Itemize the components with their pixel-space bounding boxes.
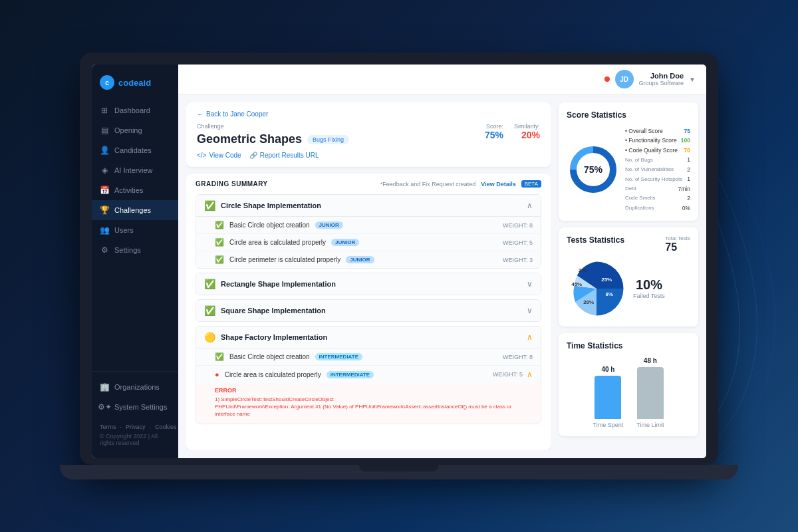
functionality-value: 100 bbox=[681, 136, 690, 145]
view-details-button[interactable]: View Details bbox=[481, 181, 515, 188]
logo: c codeaid bbox=[92, 65, 178, 98]
error-line-1: 1) SimpleCircleTest::testShouldCreateCir… bbox=[215, 396, 533, 403]
similarity-value: 20% bbox=[514, 130, 540, 140]
challenge-left: Challenge Geometric Shapes Bugs Fixing bbox=[197, 123, 349, 146]
right-panel: Score Statistics 75% bbox=[559, 102, 698, 450]
user-info[interactable]: JD John Doe Groups Software ▼ bbox=[604, 70, 696, 88]
user-dropdown-icon[interactable]: ▼ bbox=[689, 76, 696, 83]
expand-icon[interactable]: ∧ bbox=[527, 370, 533, 379]
sidebar-item-label: Dashboard bbox=[114, 106, 150, 114]
duplications-value: 0% bbox=[682, 203, 690, 213]
section-circle-header[interactable]: ✅ Circle Shape Implementation ∧ bbox=[196, 195, 541, 216]
back-to-text: Back to Jane Cooper bbox=[206, 110, 268, 118]
grading-header: GRADING SUMMARY *Feedback and Fix Reques… bbox=[196, 180, 541, 188]
time-spent-bar bbox=[595, 376, 621, 419]
factory-sub-items: ✅ Basic Circle object creation INTERMEDI… bbox=[196, 348, 541, 424]
content-area: ← Back to Jane Cooper Challenge Geometri… bbox=[178, 94, 706, 458]
time-limit-bar-group: 48 h Time Limit bbox=[636, 357, 664, 428]
beta-badge: BETA bbox=[521, 180, 541, 188]
dashboard-icon: ⊞ bbox=[100, 106, 109, 115]
sub-item-text: Basic Circle object creation bbox=[229, 353, 310, 360]
total-tests-area: Total Tests 75 bbox=[665, 235, 690, 253]
sub-item-text: Circle area is calculated properly bbox=[225, 371, 321, 378]
sidebar-item-system-settings[interactable]: ⚙✦ System Settings bbox=[92, 397, 178, 417]
users-icon: 👥 bbox=[100, 225, 109, 235]
section-square-title: Square Shape Implementation bbox=[221, 307, 326, 315]
section-rectangle-header[interactable]: ✅ Rectangle Shape Implementation ∨ bbox=[196, 273, 541, 295]
time-spent-bar-group: 40 h Time Spent bbox=[593, 366, 624, 428]
check-icon: ✅ bbox=[204, 305, 215, 316]
security-value: 1 bbox=[687, 174, 690, 184]
error-label: ERROR bbox=[215, 387, 533, 394]
error-block: ERROR 1) SimpleCircleTest::testShouldCre… bbox=[196, 383, 541, 424]
terms-link[interactable]: Terms bbox=[100, 424, 116, 430]
pie-segment-8: 8% bbox=[606, 291, 614, 297]
sep2: · bbox=[150, 424, 152, 430]
section-left: 🟡 Shape Factory Implementation bbox=[204, 332, 327, 342]
laptop-frame: c codeaid ⊞ Dashboard ▤ Opening bbox=[80, 53, 718, 465]
duplications-label: Duplications bbox=[625, 203, 654, 213]
sidebar-item-label: System Settings bbox=[114, 403, 167, 411]
sidebar-item-challenges[interactable]: 🏆 Challenges bbox=[92, 200, 178, 220]
sidebar-item-users[interactable]: 👥 Users bbox=[92, 220, 178, 240]
sub-item-text: Circle area is calculated properly bbox=[229, 239, 326, 246]
similarity-label: Similarity: bbox=[514, 123, 540, 130]
security-label: No. of Security Hotspots bbox=[625, 175, 682, 184]
smells-value: 2 bbox=[687, 194, 690, 203]
grading-title: GRADING SUMMARY bbox=[196, 180, 268, 188]
sidebar-item-label: Organizations bbox=[114, 383, 160, 391]
challenge-top: Challenge Geometric Shapes Bugs Fixing S… bbox=[197, 123, 540, 146]
challenge-title-row: Geometric Shapes Bugs Fixing bbox=[197, 132, 349, 146]
score-statistics-card: Score Statistics 75% bbox=[559, 102, 698, 221]
sub-item-left: ✅ Circle area is calculated properly JUN… bbox=[215, 238, 359, 247]
sidebar-item-dashboard[interactable]: ⊞ Dashboard bbox=[92, 100, 178, 120]
challenge-tag: Bugs Fixing bbox=[307, 135, 349, 144]
time-content: 40 h Time Spent 48 h Time Limit bbox=[567, 357, 690, 428]
section-circle-title: Circle Shape Implementation bbox=[221, 201, 321, 209]
time-limit-label: Time Limit bbox=[636, 422, 664, 428]
sidebar-item-ai-interview[interactable]: ◈ AI Interview bbox=[92, 160, 178, 180]
privacy-link[interactable]: Privacy bbox=[126, 424, 146, 430]
sub-item-left: ✅ Basic Circle object creation JUNIOR bbox=[215, 221, 343, 229]
total-tests-value: 75 bbox=[665, 241, 690, 253]
sidebar-item-label: AI Interview bbox=[114, 166, 152, 174]
bugs-label: No. of Bugs bbox=[625, 156, 653, 165]
score-details: • Overall Score 75 • Functionality Score… bbox=[625, 126, 690, 213]
sidebar-item-candidates[interactable]: 👤 Candidates bbox=[92, 140, 178, 160]
challenge-label: Challenge bbox=[197, 123, 349, 130]
section-rectangle-title: Rectangle Shape Implementation bbox=[221, 280, 336, 288]
weight-text: WEIGHT: 5 bbox=[503, 239, 533, 246]
sidebar-item-label: Candidates bbox=[114, 146, 152, 154]
cookies-link[interactable]: Cookies bbox=[155, 424, 177, 430]
view-code-link[interactable]: </> View Code bbox=[197, 152, 241, 159]
level-badge: INTERMEDIATE bbox=[327, 371, 374, 378]
user-name-area: John Doe Groups Software bbox=[639, 72, 684, 86]
section-factory-header[interactable]: 🟡 Shape Factory Implementation ∧ bbox=[196, 327, 541, 348]
section-left: ✅ Circle Shape Implementation bbox=[204, 200, 321, 211]
check-icon: ✅ bbox=[215, 221, 224, 229]
sidebar-item-opening[interactable]: ▤ Opening bbox=[92, 120, 178, 140]
user-role: Groups Software bbox=[639, 80, 684, 86]
sub-item-text: Basic Circle object creation bbox=[229, 221, 310, 229]
pie-segment-25: 25% bbox=[601, 277, 612, 283]
sub-item-left: ● Circle area is calculated properly INT… bbox=[215, 370, 374, 378]
chevron-down-icon: ∨ bbox=[527, 306, 533, 315]
circle-sub-items: ✅ Basic Circle object creation JUNIOR WE… bbox=[196, 216, 541, 268]
org-icon: 🏢 bbox=[100, 382, 109, 392]
sidebar-item-organizations[interactable]: 🏢 Organizations bbox=[92, 377, 178, 397]
sidebar-item-settings[interactable]: ⚙ Settings bbox=[92, 240, 178, 260]
total-tests-label: Total Tests bbox=[665, 235, 690, 241]
sys-settings-icon: ⚙✦ bbox=[100, 402, 109, 412]
nav-items: ⊞ Dashboard ▤ Opening 👤 Candidates ◈ AI … bbox=[92, 98, 178, 371]
score-value: 75% bbox=[485, 130, 503, 140]
section-square-header[interactable]: ✅ Square Shape Implementation ∨ bbox=[196, 300, 541, 321]
pie-chart: 25% 8% 20% 45% 2% bbox=[567, 259, 626, 319]
report-url-link[interactable]: 🔗 Report Results URL bbox=[249, 152, 319, 159]
candidates-icon: 👤 bbox=[100, 146, 109, 155]
sidebar-item-activities[interactable]: 📅 Activities bbox=[92, 180, 178, 200]
tests-header: Tests Statistics Total Tests 75 bbox=[567, 235, 690, 253]
back-link[interactable]: ← Back to Jane Cooper bbox=[197, 110, 540, 118]
check-icon: ✅ bbox=[215, 352, 224, 361]
section-rectangle: ✅ Rectangle Shape Implementation ∨ bbox=[196, 273, 541, 295]
time-statistics-card: Time Statistics 40 h Time Spent 48 h bbox=[559, 333, 698, 436]
